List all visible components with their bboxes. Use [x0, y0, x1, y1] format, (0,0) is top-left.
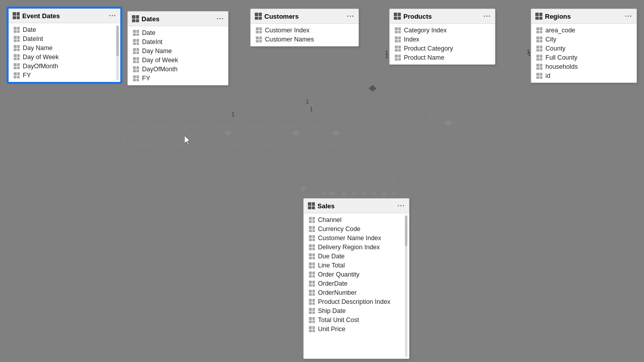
svg-point-24 — [393, 192, 396, 195]
col-icon — [536, 36, 542, 42]
table-row: Channel — [304, 215, 409, 224]
col-icon — [14, 63, 20, 69]
col-icon — [133, 48, 139, 54]
col-icon — [133, 39, 139, 45]
svg-text:1: 1 — [527, 49, 530, 55]
event-dates-body: Date DateInt Day Name Day of Week DayOfM… — [9, 23, 120, 82]
products-body: Category Index Index Product Category Pr… — [390, 24, 495, 64]
table-icon — [535, 13, 542, 20]
table-row: Product Category — [390, 44, 495, 53]
sales-table[interactable]: Sales ··· Channel Currency Code Customer… — [303, 198, 409, 359]
table-row: Delivery Region Index — [304, 243, 409, 252]
col-icon — [14, 27, 20, 33]
svg-line-10 — [409, 58, 531, 233]
event-dates-menu[interactable]: ··· — [109, 12, 116, 20]
svg-marker-15 — [292, 130, 300, 136]
event-dates-table[interactable]: Event Dates ··· Date DateInt Day Name Da… — [8, 8, 121, 83]
col-icon — [14, 54, 20, 60]
dates-header: Dates ··· — [128, 12, 228, 26]
table-row: Currency Code — [304, 224, 409, 234]
dates-menu[interactable]: ··· — [216, 15, 224, 23]
table-row: Day Name — [128, 47, 228, 56]
svg-text:1: 1 — [310, 106, 313, 112]
products-title: Products — [403, 13, 432, 20]
col-icon — [133, 66, 139, 72]
table-row: Product Description Index — [304, 297, 409, 306]
sales-scrollbar-thumb[interactable] — [405, 216, 407, 246]
table-row: Line Total — [304, 261, 409, 270]
sales-menu[interactable]: ··· — [397, 202, 405, 210]
col-icon — [309, 308, 315, 314]
col-icon — [309, 299, 315, 305]
table-icon — [132, 15, 139, 22]
col-icon — [256, 36, 262, 42]
table-row: Order Quantity — [304, 270, 409, 279]
products-menu[interactable]: ··· — [483, 12, 491, 20]
table-row: OrderNumber — [304, 288, 409, 297]
svg-marker-12 — [445, 120, 453, 126]
table-icon — [13, 12, 20, 19]
col-icon — [536, 73, 542, 79]
regions-menu[interactable]: ··· — [625, 12, 632, 20]
regions-title: Regions — [545, 13, 571, 20]
svg-point-19 — [342, 192, 345, 195]
scrollbar-track — [116, 25, 119, 80]
table-row: Customer Name Index — [304, 234, 409, 243]
col-icon — [309, 262, 315, 268]
products-header: Products ··· — [390, 9, 495, 24]
sales-scrollbar-track — [405, 215, 407, 357]
table-row: DateInt — [9, 34, 120, 43]
sales-title: Sales — [317, 202, 335, 210]
table-icon — [308, 202, 315, 209]
col-icon — [536, 55, 542, 61]
sales-body: Channel Currency Code Customer Name Inde… — [304, 213, 409, 336]
svg-point-21 — [362, 192, 365, 195]
table-row: Day of Week — [128, 56, 228, 65]
col-icon — [395, 27, 401, 33]
table-row: Customer Index — [251, 26, 358, 35]
event-dates-header: Event Dates ··· — [9, 9, 120, 23]
col-icon — [395, 46, 401, 52]
col-icon — [309, 290, 315, 296]
svg-point-17 — [322, 192, 325, 195]
table-row: id — [531, 71, 636, 80]
svg-rect-13 — [124, 127, 336, 145]
customers-header: Customers ··· — [251, 9, 358, 24]
table-row: Full County — [531, 53, 636, 62]
table-row: area_code — [531, 26, 636, 35]
col-icon — [309, 281, 315, 287]
table-row: Date — [9, 25, 120, 34]
svg-text:1: 1 — [306, 99, 309, 105]
svg-marker-4 — [328, 192, 334, 197]
col-icon — [256, 27, 262, 33]
customers-table[interactable]: Customers ··· Customer Index Customer Na… — [250, 9, 359, 47]
table-row: Index — [390, 35, 495, 44]
table-row: Date — [128, 28, 228, 37]
diagram-canvas: 1 1 1 1 — [0, 0, 644, 362]
scrollbar-thumb[interactable] — [116, 26, 119, 56]
col-icon — [395, 36, 401, 42]
table-row: County — [531, 44, 636, 53]
regions-table[interactable]: Regions ··· area_code City County Full C… — [531, 9, 637, 83]
table-row: Unit Price — [304, 325, 409, 334]
products-table[interactable]: Products ··· Category Index Index Produc… — [389, 9, 495, 65]
svg-marker-9 — [443, 120, 451, 126]
svg-text:1: 1 — [232, 111, 235, 117]
sales-header: Sales ··· — [304, 199, 409, 213]
svg-text:1: 1 — [385, 53, 388, 59]
table-row: Day of Week — [9, 53, 120, 62]
col-icon — [309, 226, 315, 232]
col-icon — [309, 235, 315, 241]
table-row: Due Date — [304, 252, 409, 261]
table-row: DateInt — [128, 37, 228, 47]
customers-menu[interactable]: ··· — [347, 12, 354, 20]
col-icon — [309, 253, 315, 259]
col-icon — [309, 317, 315, 323]
table-icon — [255, 13, 262, 20]
col-icon — [309, 326, 315, 332]
table-row: FY — [128, 74, 228, 83]
col-icon — [536, 46, 542, 52]
table-row: Total Unit Cost — [304, 315, 409, 325]
dates-table[interactable]: Dates ··· Date DateInt Day Name Day of W… — [127, 11, 228, 85]
svg-marker-1 — [300, 187, 306, 192]
